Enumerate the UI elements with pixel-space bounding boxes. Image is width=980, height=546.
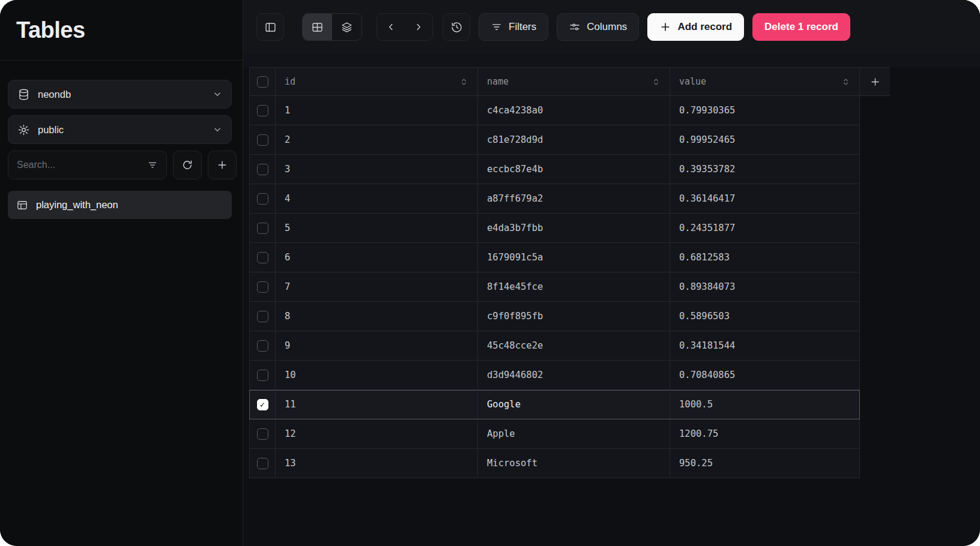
history-button[interactable] — [443, 13, 470, 41]
columns-button[interactable]: Columns — [557, 13, 639, 41]
table-row: 10 d3d9446802 0.70840865 — [249, 361, 890, 390]
cell-name[interactable]: 1679091c5a — [478, 243, 670, 272]
table-row: 2 c81e728d9d 0.99952465 — [249, 125, 890, 155]
cell-id[interactable]: 8 — [276, 302, 478, 331]
cell-id[interactable]: 10 — [276, 361, 478, 390]
chevron-down-icon — [213, 125, 222, 134]
database-select-value: neondb — [38, 89, 71, 100]
table-row: 13 Microsoft 950.25 — [249, 449, 890, 478]
cell-id[interactable]: 2 — [276, 125, 478, 155]
cell-value[interactable]: 950.25 — [670, 449, 860, 478]
cell-id[interactable]: 9 — [276, 331, 478, 361]
sidebar-item-playing-with-neon[interactable]: playing_with_neon — [8, 191, 232, 219]
chevron-right-icon — [413, 22, 424, 32]
previous-page-button[interactable] — [377, 14, 405, 40]
table-row: 8 c9f0f895fb 0.5896503 — [249, 302, 890, 331]
database-icon — [17, 88, 30, 101]
row-select-cell — [249, 390, 276, 419]
sidebar-body: neondb public — [0, 61, 243, 219]
cell-id[interactable]: 13 — [276, 449, 478, 478]
column-header-value[interactable]: value — [670, 67, 860, 96]
row-checkbox[interactable] — [257, 340, 268, 352]
cell-value[interactable]: 0.24351877 — [670, 214, 860, 243]
page-title: Tables — [16, 17, 85, 43]
filters-button-label: Filters — [509, 21, 536, 33]
sort-icon[interactable] — [841, 77, 850, 86]
grid-view-button[interactable] — [303, 14, 332, 40]
column-header-name[interactable]: name — [478, 67, 670, 96]
database-select[interactable]: neondb — [8, 80, 232, 109]
row-spacer — [860, 331, 890, 361]
search-filter-icon[interactable] — [147, 160, 158, 170]
cell-name[interactable]: c4ca4238a0 — [478, 96, 670, 125]
select-all-checkbox[interactable] — [257, 76, 268, 88]
delete-record-button[interactable]: Delete 1 record — [752, 13, 850, 41]
filters-button[interactable]: Filters — [479, 13, 548, 41]
cell-value[interactable]: 0.99952465 — [670, 125, 860, 155]
row-checkbox[interactable] — [257, 105, 268, 116]
cell-name[interactable]: eccbc87e4b — [478, 155, 670, 184]
row-checkbox[interactable] — [257, 134, 268, 146]
cell-id[interactable]: 11 — [276, 390, 478, 419]
row-select-cell — [249, 184, 276, 214]
cell-value[interactable]: 1200.75 — [670, 419, 860, 449]
add-record-button[interactable]: Add record — [647, 13, 744, 41]
row-checkbox[interactable] — [257, 458, 268, 469]
row-checkbox[interactable] — [257, 164, 268, 175]
table-row: 6 1679091c5a 0.6812583 — [249, 243, 890, 272]
cell-name[interactable]: Google — [478, 390, 670, 419]
cell-id[interactable]: 4 — [276, 184, 478, 214]
sidebar-item-label: playing_with_neon — [36, 199, 118, 211]
cell-id[interactable]: 5 — [276, 214, 478, 243]
schema-icon — [17, 124, 30, 136]
cell-name[interactable]: e4da3b7fbb — [478, 214, 670, 243]
layers-view-button[interactable] — [332, 14, 361, 40]
cell-value[interactable]: 0.70840865 — [670, 361, 860, 390]
add-column-button[interactable] — [860, 67, 890, 96]
cell-name[interactable]: a87ff679a2 — [478, 184, 670, 214]
schema-select[interactable]: public — [8, 115, 232, 144]
row-checkbox[interactable] — [257, 252, 268, 263]
table-cells-icon — [311, 21, 324, 34]
cell-name[interactable]: c81e728d9d — [478, 125, 670, 155]
cell-name[interactable]: c9f0f895fb — [478, 302, 670, 331]
cell-value[interactable]: 0.79930365 — [670, 96, 860, 125]
add-table-button[interactable] — [208, 151, 237, 179]
table-area: id name value — [243, 67, 980, 546]
row-checkbox[interactable] — [257, 281, 268, 293]
search-input[interactable] — [17, 160, 141, 170]
cell-value[interactable]: 0.6812583 — [670, 243, 860, 272]
column-header-id[interactable]: id — [276, 67, 478, 96]
cell-id[interactable]: 7 — [276, 272, 478, 302]
row-checkbox[interactable] — [257, 399, 268, 410]
cell-id[interactable]: 6 — [276, 243, 478, 272]
cell-name[interactable]: 8f14e45fce — [478, 272, 670, 302]
row-checkbox[interactable] — [257, 370, 268, 381]
cell-value[interactable]: 1000.5 — [670, 390, 860, 419]
row-checkbox[interactable] — [257, 311, 268, 322]
row-checkbox[interactable] — [257, 193, 268, 205]
cell-value[interactable]: 0.36146417 — [670, 184, 860, 214]
cell-value[interactable]: 0.39353782 — [670, 155, 860, 184]
next-page-button[interactable] — [405, 14, 432, 40]
row-checkbox[interactable] — [257, 428, 268, 440]
sort-icon[interactable] — [459, 77, 468, 86]
cell-value[interactable]: 0.5896503 — [670, 302, 860, 331]
cell-id[interactable]: 1 — [276, 96, 478, 125]
sort-icon[interactable] — [652, 77, 661, 86]
table-row: 11 Google 1000.5 — [249, 390, 890, 419]
cell-value[interactable]: 0.34181544 — [670, 331, 860, 361]
cell-id[interactable]: 12 — [276, 419, 478, 449]
table-row: 5 e4da3b7fbb 0.24351877 — [249, 214, 890, 243]
cell-name[interactable]: Microsoft — [478, 449, 670, 478]
cell-name[interactable]: 45c48cce2e — [478, 331, 670, 361]
cell-value[interactable]: 0.89384073 — [670, 272, 860, 302]
refresh-button[interactable] — [173, 151, 202, 179]
cell-name[interactable]: Apple — [478, 419, 670, 449]
sidebar-toggle-button[interactable] — [256, 13, 284, 41]
cell-id[interactable]: 3 — [276, 155, 478, 184]
column-header-label: name — [487, 76, 509, 87]
row-select-cell — [249, 155, 276, 184]
row-checkbox[interactable] — [257, 223, 268, 234]
cell-name[interactable]: d3d9446802 — [478, 361, 670, 390]
